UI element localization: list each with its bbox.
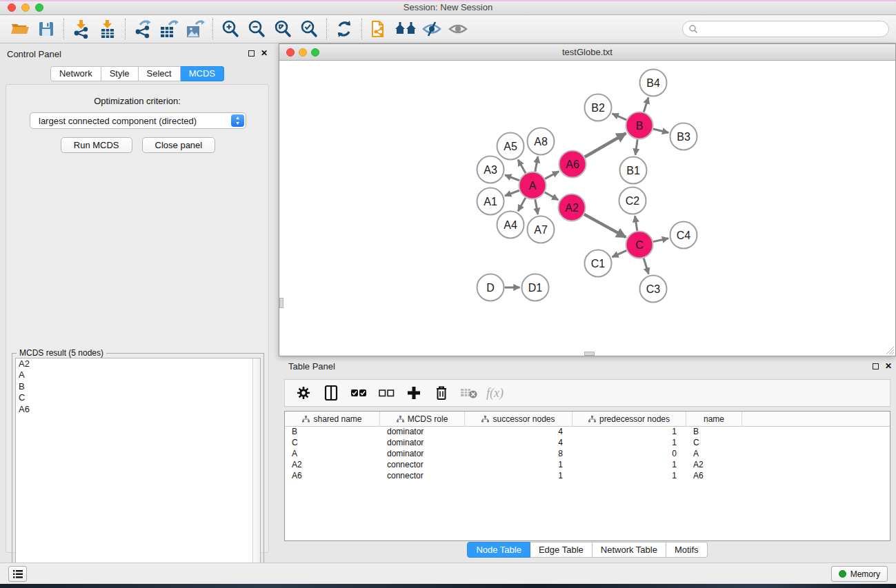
edge-C-C4[interactable] — [653, 239, 668, 242]
optimization-criterion-label: Optimization criterion: — [6, 96, 268, 106]
column-header-predecessor-nodes[interactable]: predecessor nodes — [573, 412, 686, 427]
edge-A-A4[interactable] — [518, 198, 526, 212]
tab-edge-table[interactable]: Edge Table — [530, 542, 593, 558]
zoom-selected-button[interactable] — [296, 17, 322, 41]
edge-C-C3[interactable] — [644, 258, 648, 274]
zoom-out-button[interactable] — [243, 17, 270, 41]
zoom-fit-icon — [273, 19, 292, 39]
edge-B-B1[interactable] — [635, 139, 637, 154]
column-tree-icon — [481, 416, 489, 423]
mcds-result-list[interactable]: A2ABCA6 — [15, 358, 261, 584]
open-session-home-button[interactable] — [392, 17, 419, 41]
network-graph[interactable]: B4B2BB3A5A8A6A3B1AA1C2A2A4A7C4CC1C3DD1 — [279, 61, 895, 356]
table-settings-button[interactable] — [293, 383, 314, 403]
clear-selection-button[interactable] — [376, 383, 397, 403]
tab-network[interactable]: Network — [50, 66, 101, 81]
export-network-button[interactable] — [130, 17, 156, 41]
import-network-button[interactable] — [68, 17, 94, 41]
import-table-button[interactable] — [94, 17, 121, 41]
node-table[interactable]: shared nameMCDS rolesuccessor nodesprede… — [284, 411, 890, 541]
edge-A-A5[interactable] — [518, 160, 526, 174]
canvas-vertical-scrollbar[interactable] — [279, 298, 283, 308]
edge-B-B4[interactable] — [644, 97, 648, 112]
table-cell: 4 — [465, 438, 573, 449]
node-label-C4: C4 — [677, 230, 691, 241]
float-panel-icon[interactable] — [248, 50, 255, 57]
edge-A-A2[interactable] — [545, 192, 559, 200]
edge-C-C1[interactable] — [613, 250, 627, 256]
window-resize-grip[interactable] — [885, 345, 894, 354]
close-panel-icon[interactable]: ✕ — [261, 50, 268, 57]
hide-network-button[interactable] — [419, 17, 445, 41]
node-label-B4: B4 — [646, 77, 660, 89]
edge-C-C2[interactable] — [635, 216, 637, 231]
result-scrollbar[interactable] — [252, 358, 260, 583]
open-session-button[interactable] — [7, 17, 33, 41]
tab-select[interactable]: Select — [139, 66, 181, 81]
delete-row-button[interactable] — [431, 383, 452, 403]
select-all-button[interactable] — [348, 383, 369, 403]
toolbar-search[interactable] — [682, 21, 889, 37]
new-network-from-file-button[interactable] — [366, 17, 392, 41]
table-row[interactable]: Cdominator41C — [285, 438, 890, 449]
edge-A-A6[interactable] — [545, 172, 559, 179]
search-input[interactable] — [698, 22, 888, 36]
table-body: Bdominator41BCdominator41CAdominator80AA… — [285, 427, 890, 482]
edge-A-A7[interactable] — [535, 199, 538, 214]
edge-B-B2[interactable] — [613, 114, 627, 120]
edge-B-B3[interactable] — [653, 129, 668, 133]
table-row[interactable]: Bdominator41B — [285, 427, 890, 438]
network-file-icon — [370, 19, 389, 39]
result-item: A2 — [16, 358, 260, 369]
tab-network-table[interactable]: Network Table — [593, 542, 666, 558]
column-header-shared-name[interactable]: shared name — [285, 412, 380, 427]
column-header-name[interactable]: name — [686, 412, 742, 427]
table-cell: 8 — [465, 449, 573, 460]
table-panel-title: Table Panel — [288, 361, 335, 372]
table-row[interactable]: A6connector11A6 — [285, 471, 890, 482]
criterion-select[interactable]: largest connected component (directed) ▲… — [30, 112, 246, 129]
run-mcds-button[interactable]: Run MCDS — [61, 137, 132, 153]
export-table-button[interactable] — [156, 17, 182, 41]
edge-A6-B[interactable] — [585, 133, 626, 157]
column-header-successor-nodes[interactable]: successor nodes — [465, 412, 573, 427]
float-table-panel-icon[interactable] — [873, 363, 879, 369]
show-column-button[interactable] — [321, 383, 341, 403]
table-row[interactable]: Adominator80A — [285, 449, 890, 460]
table-panel: Table Panel ✕ — [279, 358, 896, 562]
mcds-tab-content: Optimization criterion: largest connecte… — [6, 84, 269, 553]
refresh-icon — [335, 19, 354, 39]
edge-A-A1[interactable] — [505, 190, 519, 196]
table-row[interactable]: A2connector11A2 — [285, 460, 890, 471]
column-header-MCDS-role[interactable]: MCDS role — [380, 412, 465, 427]
edge-A-A8[interactable] — [535, 156, 538, 172]
function-builder-button[interactable]: f(x) — [486, 383, 504, 403]
save-session-button[interactable] — [33, 17, 59, 41]
node-label-B3: B3 — [677, 131, 690, 143]
zoom-in-button[interactable] — [217, 17, 243, 41]
close-table-panel-icon[interactable]: ✕ — [885, 363, 892, 369]
memory-button[interactable]: Memory — [831, 566, 888, 582]
show-panels-button[interactable] — [8, 566, 27, 582]
refresh-button[interactable] — [331, 17, 357, 41]
close-panel-button[interactable]: Close panel — [142, 137, 216, 153]
delete-table-button[interactable] — [459, 383, 479, 403]
column-header-label: successor nodes — [492, 414, 555, 424]
export-image-button[interactable] — [182, 17, 208, 41]
save-icon — [37, 20, 55, 38]
canvas-horizontal-scrollbar[interactable] — [584, 352, 595, 356]
table-toolbar: f(x) — [284, 379, 890, 407]
show-network-button[interactable] — [445, 17, 471, 41]
homes-icon — [394, 20, 417, 38]
edge-A-A3[interactable] — [505, 175, 519, 181]
tab-mcds[interactable]: MCDS — [181, 66, 224, 81]
edge-A2-C[interactable] — [584, 214, 626, 237]
network-window-titlebar[interactable]: testGlobe.txt — [279, 44, 895, 61]
tab-node-table[interactable]: Node Table — [467, 542, 530, 558]
tab-style[interactable]: Style — [101, 66, 139, 81]
tab-motifs[interactable]: Motifs — [666, 542, 708, 558]
zoom-fit-button[interactable] — [270, 17, 296, 41]
export-table-icon — [159, 19, 179, 39]
network-canvas[interactable]: B4B2BB3A5A8A6A3B1AA1C2A2A4A7C4CC1C3DD1 — [279, 61, 895, 356]
add-row-button[interactable] — [404, 383, 424, 403]
